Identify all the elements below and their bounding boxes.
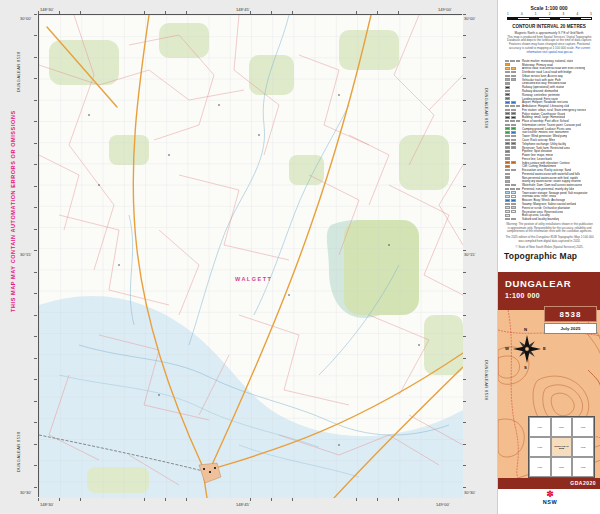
coord-bottom-left-lat: 30°30' <box>20 490 31 495</box>
index-cell: 8639 <box>572 417 594 437</box>
legend-symbol <box>505 97 520 100</box>
legend-symbol <box>505 124 520 127</box>
cover-art: 8538 July 2025 N E S W 8439853986 <box>498 310 600 478</box>
legend-symbol <box>505 154 520 157</box>
legend-symbol <box>505 146 520 149</box>
legend-symbol <box>505 214 520 217</box>
index-cell: 8637 <box>572 457 594 477</box>
nsw-government-logo: ✽ NSW <box>539 490 561 505</box>
legend-symbol <box>505 60 520 63</box>
legend-symbol <box>505 191 520 194</box>
sheet-title-box: DUNGALEAR 1:100 000 <box>498 272 600 310</box>
disclaimer-block: Warning: The position of utility install… <box>505 223 594 252</box>
legend-symbol <box>505 93 520 96</box>
legend-symbol <box>505 127 520 130</box>
sheet-name: DUNGALEAR <box>505 278 571 289</box>
left-tick-strip <box>34 14 37 497</box>
map-grid <box>39 15 463 498</box>
coord-bottom-left-lon: 148°30' <box>40 502 54 507</box>
legend-symbol <box>505 86 520 89</box>
index-cell: 8539 <box>551 417 573 437</box>
legend-symbol <box>505 112 520 115</box>
legend-symbol <box>505 139 520 142</box>
index-cell: 8437 <box>529 457 551 477</box>
coord-mid-left-lat: 30°15' <box>20 252 31 257</box>
index-cell: 8638 <box>572 437 594 457</box>
bottom-tick-strip <box>38 498 462 501</box>
legend-symbol <box>505 131 520 134</box>
coord-bottom-right-lon: 149°00' <box>436 502 450 507</box>
waratah-icon: ✽ <box>539 490 561 499</box>
legend-symbol <box>505 116 520 119</box>
legend-symbol <box>505 206 520 209</box>
right-top-sheet-label: DUNGALEAR 8538 <box>484 88 489 129</box>
compass-e: E <box>543 346 546 351</box>
map-face: WALGETT <box>38 14 462 497</box>
scale-bar-number: 2 <box>549 12 551 16</box>
scale-bar <box>507 17 592 20</box>
automation-warning-text: THIS MAP MAY CONTAIN AUTOMATION ERRORS O… <box>10 110 16 312</box>
legend-symbol <box>505 176 520 179</box>
legend-symbol <box>505 203 520 206</box>
legend-symbol <box>505 161 520 164</box>
intro-paragraph: This map is produced from Spatial Servic… <box>503 36 596 55</box>
logo-text: NSW <box>539 499 561 505</box>
legend-symbol <box>505 199 520 202</box>
compass-n: N <box>524 327 527 332</box>
map-artwork: WALGETT <box>39 15 463 498</box>
scale-bar-number: 4 <box>576 12 578 16</box>
legend-symbol <box>505 78 520 81</box>
legend-symbol <box>505 75 520 78</box>
left-top-sheet-label: DUNGALEAR 8538 <box>16 51 21 92</box>
legend-symbol <box>505 82 520 85</box>
contour-interval-title: CONTOUR INTERVAL 20 METRES <box>498 24 600 29</box>
scale-bar-number: 0 <box>521 12 523 16</box>
legend-symbol <box>505 157 520 160</box>
compass-rose: N E S W <box>507 329 547 369</box>
coord-bottom-mid-lon: 148°45' <box>236 502 250 507</box>
legend-symbol <box>505 101 520 104</box>
legend-list: Route marker: motorway, national, stateM… <box>505 59 599 221</box>
legend-row: Suburb and locality boundary <box>505 217 599 221</box>
scale-bar-number: 1 <box>507 12 509 16</box>
legend-symbol <box>505 105 520 108</box>
compass-star <box>507 329 547 369</box>
datum-bar: GDA2020 <box>498 478 600 489</box>
legend-symbol <box>505 63 520 66</box>
legend-symbol <box>505 135 520 138</box>
scale-title: Scale 1:100 000 <box>498 5 600 11</box>
legend-label: Suburb and locality boundary <box>520 217 559 221</box>
legend-symbol <box>505 120 520 123</box>
legend-symbol <box>505 210 520 213</box>
scale-bar-number: 1 <box>535 12 537 16</box>
coord-top-left-lat: 30°00' <box>20 16 31 21</box>
district-label: WALGETT <box>235 276 272 282</box>
scale-bar-number: 3 <box>563 12 565 16</box>
legend-symbol <box>505 188 520 191</box>
legend-symbol <box>505 169 520 172</box>
edition-date-box: July 2025 <box>544 323 597 334</box>
legend-symbol <box>505 150 520 153</box>
index-cell: 8439 <box>529 417 551 437</box>
sheet-scale: 1:100 000 <box>505 292 540 299</box>
legend-symbol <box>505 71 520 74</box>
scale-bar-number: 5 <box>590 12 592 16</box>
disclaimer-copyright: © State of New South Wales (Spatial Serv… <box>505 246 594 250</box>
left-bottom-sheet-label: DUNGALEAR 8538 <box>16 431 21 472</box>
compass-s: S <box>524 365 527 370</box>
index-cell: 8537 <box>551 457 573 477</box>
legend-symbol <box>505 184 520 187</box>
legend-symbol <box>505 109 520 112</box>
right-tick-strip <box>463 14 466 497</box>
map-product-page: DUNGALEAR 8538 THIS MAP MAY CONTAIN AUTO… <box>0 0 600 514</box>
product-type-heading: Topographic Map <box>504 251 577 261</box>
legend-symbol <box>505 180 520 183</box>
legend-symbol <box>505 142 520 145</box>
compass-w: W <box>505 346 509 351</box>
disclaimer-warning: Warning: The position of utility install… <box>505 223 594 234</box>
index-cell: 8438 <box>529 437 551 457</box>
disclaimer-edition: The 2025 edition of this Dungalear 8538 … <box>505 236 594 243</box>
index-cell-current: DUNGALEAR 8538 <box>551 437 573 457</box>
info-panel: Scale 1:100 000 1012345 CONTOUR INTERVAL… <box>497 0 600 514</box>
scale-bar-labels: 1012345 <box>507 12 592 16</box>
